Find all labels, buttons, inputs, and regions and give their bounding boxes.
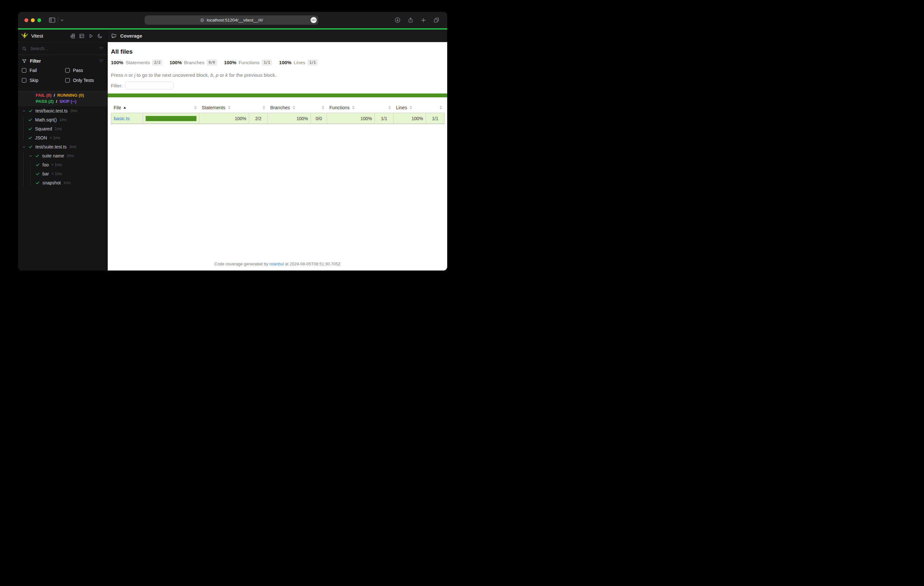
share-icon[interactable] [408, 17, 413, 23]
test-name: JSON [35, 135, 47, 140]
filter-option-fail[interactable]: Fail [22, 68, 65, 73]
tab-group-chevron-icon[interactable] [60, 12, 64, 28]
sort-arrows-icon[interactable] [409, 106, 412, 110]
col-header-lines[interactable]: Lines [394, 102, 426, 113]
istanbul-link[interactable]: istanbul [269, 262, 284, 266]
summary-fraction-badge: 2/2 [152, 59, 162, 66]
chevron-down-icon[interactable] [22, 145, 26, 149]
tab-overview-icon[interactable] [433, 17, 439, 23]
summary-label: Lines [294, 60, 305, 65]
filter-option-pass[interactable]: Pass [65, 68, 104, 73]
sort-arrows-icon[interactable] [439, 106, 442, 110]
summary-percent: 100% [279, 60, 291, 65]
window-controls [25, 12, 41, 28]
downloads-icon[interactable] [394, 17, 401, 23]
minimize-button[interactable] [31, 18, 35, 22]
col-header-statements[interactable]: Statements [199, 102, 249, 113]
search-icon [22, 46, 27, 51]
run-status-summary: FAIL (0)/RUNNING (0)PASS (2)/SKIP (--) [18, 91, 107, 106]
new-tab-icon[interactable] [421, 17, 426, 23]
tree-item-squared[interactable]: Squared1ms [18, 124, 107, 133]
all-files-heading: All files [111, 48, 444, 55]
address-bar[interactable]: localhost:51204/__vitest__/#/ [145, 15, 318, 25]
coverage-filter-row: Filter: [111, 82, 444, 90]
percent-cell: 100% [394, 113, 426, 124]
test-name: Squared [35, 126, 52, 132]
coverage-footer: Code coverage generated by istanbul at 2… [111, 258, 444, 270]
coverage-report-icon [111, 33, 117, 39]
test-duration: 2ms [66, 153, 74, 158]
col-header-functions[interactable]: Functions [327, 102, 375, 113]
checkbox-icon[interactable] [65, 68, 70, 72]
summary-label: Statements [125, 60, 150, 65]
filter-options: FailPassSkipOnly Tests [22, 68, 104, 83]
run-all-icon[interactable] [88, 33, 94, 39]
tree-item-json[interactable]: JSON< 1ms [18, 133, 107, 142]
dark-mode-toggle-icon[interactable] [97, 33, 102, 39]
pass-check-icon [28, 136, 33, 140]
chevron-down-icon[interactable] [29, 154, 33, 158]
status-line: PASS (2)/SKIP (--) [36, 98, 107, 104]
sort-arrows-icon[interactable] [388, 106, 391, 110]
file-link[interactable]: basic.ts [114, 116, 130, 121]
status-sep: / [54, 93, 55, 98]
summary-fraction-badge: 0/0 [207, 59, 217, 66]
zoom-button[interactable] [37, 18, 41, 22]
tree-item-suite-name[interactable]: suite name2ms [18, 151, 107, 160]
checkbox-icon[interactable] [65, 78, 70, 82]
sort-arrows-icon[interactable] [352, 106, 355, 110]
close-button[interactable] [25, 18, 28, 22]
summary-functions: 100%Functions1/1 [224, 59, 272, 66]
percent-cell: 100% [327, 113, 375, 124]
more-options-icon[interactable] [310, 17, 317, 23]
dashboard-report-icon[interactable] [79, 33, 84, 39]
tree-item-foo[interactable]: foo< 1ms [18, 160, 107, 169]
status-running: RUNNING (0) [57, 93, 84, 98]
tree-indent-guide [30, 161, 31, 186]
col-header-frac-sort[interactable] [311, 102, 327, 113]
col-header-frac-sort[interactable] [426, 102, 445, 113]
test-duration: 1ms [54, 127, 62, 131]
sort-arrows-icon[interactable] [292, 106, 295, 110]
tree-indent-guide [23, 152, 23, 186]
chevron-down-icon[interactable] [22, 109, 26, 113]
sort-arrows-icon[interactable] [194, 106, 197, 110]
test-name: bar [43, 171, 49, 176]
test-duration: 3ms [69, 145, 76, 149]
summary-label: Functions [239, 60, 259, 65]
col-header-file[interactable]: File [111, 102, 143, 113]
pass-check-icon [35, 163, 40, 167]
tree-item-snapshot[interactable]: snapshot1ms [18, 178, 107, 187]
col-header-branches[interactable]: Branches [268, 102, 311, 113]
tree-item-math-sqrt[interactable]: Math.sqrt()1ms [18, 115, 107, 124]
vitest-logo-icon [21, 32, 28, 40]
search-input[interactable] [30, 46, 99, 51]
sidebar-header: Vitest [18, 30, 107, 43]
main-panel: Coverage All files 100%Statements2/2100%… [108, 30, 447, 270]
sidebar-toggle-icon[interactable] [49, 12, 55, 28]
col-header-bar-sort[interactable] [143, 102, 199, 113]
checkbox-icon[interactable] [22, 68, 26, 72]
tree-item-test-suite-test-ts[interactable]: test/suite.test.ts3ms [18, 142, 107, 151]
tree-indent-guide [23, 116, 23, 141]
status-sep: / [56, 99, 57, 104]
summary-branches: 100%Branches0/0 [170, 59, 217, 66]
sort-arrows-icon[interactable] [322, 106, 324, 110]
filter-option-only-tests[interactable]: Only Tests [65, 78, 104, 83]
test-duration: < 1ms [50, 136, 60, 140]
col-header-frac-sort[interactable] [375, 102, 394, 113]
checkbox-icon[interactable] [22, 78, 26, 82]
sort-arrows-icon[interactable] [228, 106, 231, 110]
test-tree-icon[interactable] [70, 33, 75, 39]
coverage-filter-input[interactable] [125, 82, 173, 90]
coverage-header: Coverage [108, 30, 447, 42]
tree-item-test-basic-test-ts[interactable]: test/basic.test.ts2ms [18, 106, 107, 115]
coverage-content: All files 100%Statements2/2100%Branches0… [108, 42, 447, 270]
clear-search-filter-icon[interactable] [99, 46, 104, 51]
filter-title: Filter [30, 58, 99, 64]
tree-item-bar[interactable]: bar< 1ms [18, 169, 107, 178]
clear-filter-icon[interactable] [99, 59, 104, 64]
sort-arrows-icon[interactable] [263, 106, 265, 110]
filter-option-skip[interactable]: Skip [22, 78, 65, 83]
col-header-frac-sort[interactable] [249, 102, 268, 113]
